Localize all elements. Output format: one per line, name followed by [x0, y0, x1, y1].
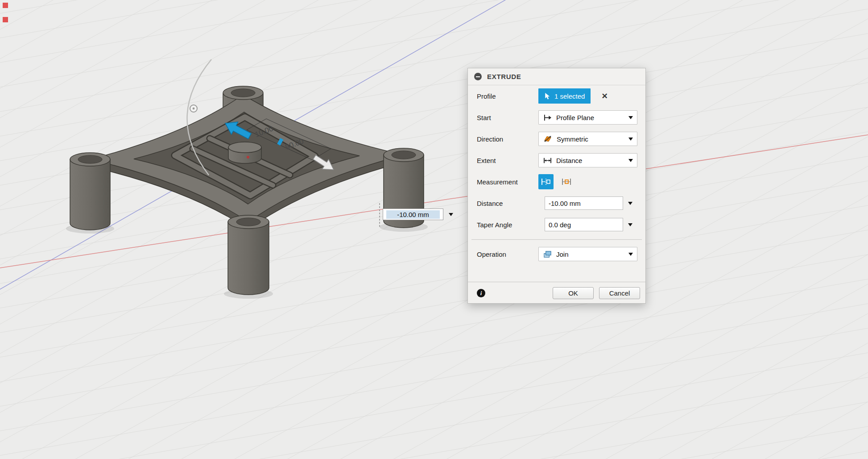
join-operation-icon [543, 250, 552, 259]
start-label: Start [477, 114, 538, 121]
cancel-button[interactable]: Cancel [599, 287, 640, 299]
chevron-down-icon [628, 138, 633, 141]
distance-label: Distance [477, 200, 538, 207]
section-divider [471, 239, 642, 240]
row-operation: Operation Join [468, 243, 645, 265]
model-center-hub[interactable] [228, 142, 261, 163]
operation-label: Operation [477, 250, 538, 258]
symmetric-direction-icon [543, 135, 553, 143]
viewport-distance-input-group [383, 209, 453, 220]
screen-artifact-marker [3, 17, 8, 22]
dialog-title: EXTRUDE [487, 73, 521, 80]
row-profile: Profile 1 selected ✕ [468, 85, 645, 107]
dialog-spacer [468, 265, 645, 282]
model-leg-front[interactable] [228, 215, 269, 295]
taper-angle-input[interactable] [545, 218, 623, 231]
operation-value: Join [556, 250, 624, 258]
row-measurement: Measurement [468, 171, 645, 192]
direction-value: Symmetric [557, 135, 624, 143]
clear-selection-icon[interactable]: ✕ [601, 92, 608, 101]
row-distance: Distance [468, 192, 645, 214]
direction-dropdown[interactable]: Symmetric [538, 132, 637, 146]
start-value: Profile Plane [556, 114, 624, 121]
distance-input[interactable] [545, 196, 623, 210]
start-dropdown[interactable]: Profile Plane [538, 110, 637, 125]
distance-extent-icon [543, 157, 552, 164]
chevron-down-icon [628, 116, 633, 119]
profile-plane-icon [543, 114, 552, 121]
taper-angle-caret-icon[interactable] [628, 223, 632, 226]
collapse-icon[interactable] [474, 73, 482, 80]
viewport-canvas[interactable]: 10.00 90.00 [0, 0, 868, 459]
viewport-distance-input-box[interactable] [383, 209, 443, 220]
cursor-icon [544, 92, 550, 100]
viewport-distance-caret-icon[interactable] [449, 213, 453, 216]
screen-artifact-marker [3, 3, 8, 8]
dialog-header[interactable]: EXTRUDE [468, 68, 645, 85]
chevron-down-icon [628, 159, 633, 162]
measurement-label: Measurement [477, 178, 538, 186]
row-start: Start Profile Plane [468, 107, 645, 128]
viewport-distance-input[interactable] [386, 210, 440, 219]
half-length-icon [541, 178, 551, 186]
measurement-half-length-toggle[interactable] [538, 174, 554, 189]
info-icon[interactable]: i [477, 289, 485, 297]
chevron-down-icon [628, 253, 633, 256]
extrude-dialog: EXTRUDE Profile 1 selected ✕ Start [467, 68, 646, 304]
whole-length-icon [562, 178, 571, 186]
profile-label: Profile [477, 92, 538, 100]
model-leg-left[interactable] [70, 153, 110, 230]
taper-angle-label: Taper Angle [477, 221, 538, 229]
origin-point [247, 156, 249, 159]
model-leg-back-ring[interactable] [223, 86, 263, 100]
ok-button[interactable]: OK [553, 287, 594, 299]
rotate-manipulator-handle[interactable] [190, 105, 197, 112]
measurement-whole-length-toggle[interactable] [559, 174, 574, 189]
extent-label: Extent [477, 157, 538, 164]
direction-label: Direction [477, 135, 538, 143]
extent-value: Distance [556, 157, 624, 164]
operation-dropdown[interactable]: Join [538, 247, 637, 261]
ground-grid [0, 0, 868, 459]
profile-selected-button[interactable]: 1 selected [538, 88, 591, 104]
row-direction: Direction Symmetric [468, 128, 645, 150]
profile-selected-count: 1 selected [554, 92, 585, 100]
row-extent: Extent Distance [468, 150, 645, 171]
extent-dropdown[interactable]: Distance [538, 153, 637, 167]
dialog-footer: i OK Cancel [468, 282, 645, 304]
row-taper-angle: Taper Angle [468, 214, 645, 235]
distance-caret-icon[interactable] [628, 202, 632, 205]
